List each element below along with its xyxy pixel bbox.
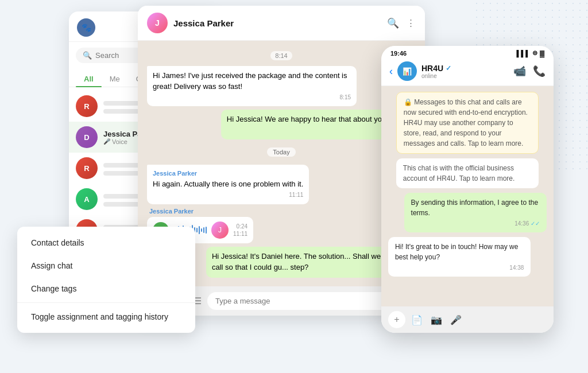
mobile-status: online — [421, 73, 509, 79]
context-menu-toggle-history[interactable]: Toggle assignment and tagging history — [17, 305, 195, 328]
contact-sub-placeholder — [103, 202, 141, 207]
wave-bar — [203, 227, 204, 233]
message-text: Hi Jessica! It's Daniel here. The soluti… — [212, 251, 410, 273]
wave-bar — [199, 226, 200, 234]
mobile-time: 19:46 — [390, 50, 407, 57]
mobile-message-time: 14:36 ✓✓ — [411, 219, 540, 228]
message-bubble: Hi James! I've just received the package… — [147, 66, 357, 106]
more-options-icon[interactable]: ⋮ — [406, 17, 416, 29]
video-call-icon[interactable]: 📹 — [513, 65, 526, 77]
voice-avatar: J — [211, 222, 229, 239]
date-label: Today — [267, 147, 295, 157]
avatar: D — [76, 126, 98, 148]
mobile-camera-icon[interactable]: 📷 — [431, 314, 442, 325]
mobile-chat-panel: 19:46 ▌▌▌ ⊜ ▓ ‹ 📊 HR4U ✓ online 📹 📞 🔒 Me… — [381, 46, 554, 333]
context-menu-contact-details[interactable]: Contact details — [17, 231, 195, 254]
voice-sender-name: Jessica Parker — [147, 208, 253, 215]
mobile-outgoing-message: By sending this information, I agree to … — [404, 193, 547, 232]
message-time: 11:11 — [153, 191, 303, 200]
mobile-app-icon: 📊 — [397, 61, 417, 81]
chat-contact-name: Jessica Parker — [173, 18, 381, 28]
avatar: A — [76, 188, 98, 210]
search-icon: 🔍 — [83, 51, 92, 60]
wave-bar — [206, 227, 207, 234]
mobile-plus-button[interactable]: + — [388, 311, 405, 328]
context-menu: Contact details Assign chat Change tags … — [17, 227, 195, 333]
mobile-mic-icon[interactable]: 🎤 — [450, 314, 462, 325]
voice-icon: 🎤 — [103, 138, 110, 145]
message-text: Hi again. Actually there is one problem … — [153, 179, 303, 190]
mobile-contact-name: HR4U ✓ — [421, 64, 509, 73]
mobile-status-bar: 19:46 ▌▌▌ ⊜ ▓ — [381, 46, 554, 58]
wave-bar — [196, 228, 198, 232]
message-timestamp: 8:14 — [147, 51, 416, 60]
mobile-official-message: This chat is with the official business … — [396, 158, 539, 188]
context-menu-assign-chat[interactable]: Assign chat — [17, 254, 195, 277]
back-button[interactable]: ‹ — [389, 65, 393, 77]
mobile-header-icons: 📹 📞 — [513, 65, 546, 77]
wifi-icon: ⊜ — [532, 49, 537, 57]
context-menu-change-tags[interactable]: Change tags — [17, 277, 195, 300]
chat-avatar: J — [147, 13, 168, 33]
search-chat-icon[interactable]: 🔍 — [387, 17, 399, 29]
signal-icon: ▌▌▌ — [517, 50, 530, 57]
tab-me[interactable]: Me — [102, 71, 128, 87]
read-receipt-icon: ✓✓ — [531, 220, 540, 227]
battery-icon: ▓ — [540, 50, 544, 57]
mobile-security-message: 🔒 Messages to this chat and calls are no… — [396, 92, 539, 154]
date-divider: Today — [147, 147, 416, 157]
mobile-input-bar: + 📄 📷 🎤 — [381, 306, 554, 333]
sender-name: Jessica Parker — [153, 169, 303, 178]
mobile-input-icons: 📄 📷 🎤 — [411, 314, 462, 325]
logo-letter: 🐾 — [82, 23, 91, 32]
wave-bar — [201, 228, 202, 232]
mobile-message-time: 14:38 — [395, 263, 524, 272]
voice-duration: 0:24 — [237, 223, 247, 230]
avatar: R — [76, 157, 98, 179]
mobile-incoming-message: Hi! It's great to be in touch! How may w… — [388, 237, 531, 277]
mobile-contact-info: HR4U ✓ online — [421, 64, 509, 79]
mobile-messages: 🔒 Messages to this chat and calls are no… — [381, 86, 554, 306]
mobile-chat-header: ‹ 📊 HR4U ✓ online 📹 📞 — [381, 58, 554, 86]
message-time: 8:15 — [153, 94, 351, 102]
voice-info: 0:24 11:11 — [233, 223, 247, 237]
verified-badge: ✓ — [446, 64, 451, 72]
chat-header-icons: 🔍 ⋮ — [387, 17, 416, 29]
voice-time: 11:11 — [233, 231, 247, 237]
context-menu-divider — [17, 302, 195, 303]
voice-call-icon[interactable]: 📞 — [533, 65, 546, 77]
mobile-note-icon[interactable]: 📄 — [411, 314, 423, 325]
message-text: Hi James! I've just received the package… — [153, 71, 351, 92]
app-logo: 🐾 — [77, 18, 95, 37]
tab-all[interactable]: All — [76, 71, 102, 87]
chat-header: J Jessica Parker 🔍 ⋮ — [138, 6, 425, 41]
message-bubble: Jessica Parker Hi again. Actually there … — [147, 165, 309, 204]
mobile-status-icons: ▌▌▌ ⊜ ▓ — [517, 49, 544, 57]
avatar: R — [76, 95, 98, 117]
